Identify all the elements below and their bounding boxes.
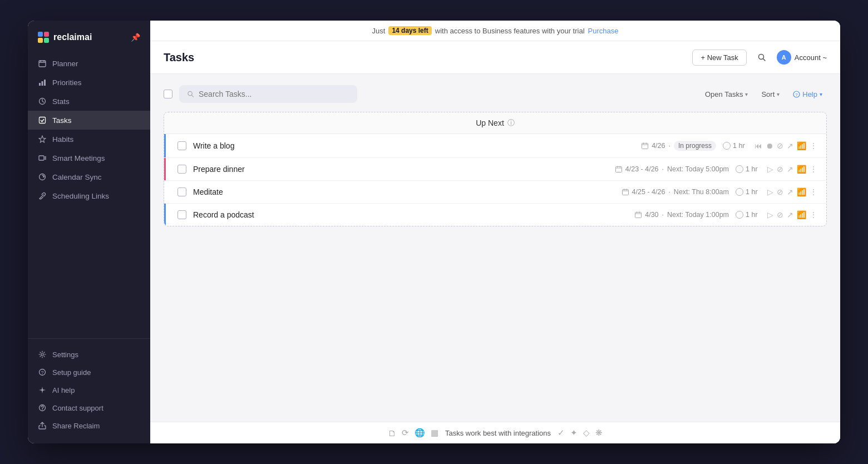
sidebar-item-label: Stats xyxy=(52,97,70,106)
svg-rect-24 xyxy=(642,144,648,149)
sidebar-item-contact-support[interactable]: Contact support xyxy=(28,399,150,417)
task-separator: · xyxy=(662,211,664,219)
task-border xyxy=(164,181,166,203)
task-date: 4/25 - 4/26 xyxy=(632,188,665,196)
task-name: Meditate xyxy=(193,187,615,196)
sidebar-item-calendar-sync[interactable]: Calendar Sync xyxy=(28,167,150,186)
cancel-icon[interactable]: ⊘ xyxy=(777,210,783,219)
sidebar-item-priorities[interactable]: Priorities xyxy=(28,73,150,92)
task-next: Next: Today 1:00pm xyxy=(667,211,729,219)
tasks-toolbar: Open Tasks ▾ Sort ▾ ? Help ▾ xyxy=(164,85,827,103)
task-checkbox[interactable] xyxy=(177,210,186,219)
integration-icon-3[interactable]: ❋ xyxy=(595,428,603,438)
sidebar-item-label: Planner xyxy=(52,60,78,68)
page-title: Tasks xyxy=(164,51,194,64)
sidebar-item-setup-guide[interactable]: ? Setup guide xyxy=(28,363,150,381)
search-input[interactable] xyxy=(199,90,349,98)
integration-icon-1[interactable]: ✦ xyxy=(570,428,578,438)
priority-icon[interactable]: 📶 xyxy=(797,210,806,219)
svg-text:?: ? xyxy=(41,370,43,376)
doc-icon[interactable]: 🗋 xyxy=(388,428,396,438)
setup-guide-icon: ? xyxy=(38,368,47,377)
search-button[interactable] xyxy=(753,49,770,66)
external-link-icon[interactable]: ↗ xyxy=(787,141,793,150)
sidebar-nav: Planner Priorities Stats Tasks xyxy=(28,52,150,338)
sidebar-item-label: Tasks xyxy=(52,116,72,125)
page-header: Tasks + New Task A Account ~ xyxy=(150,41,840,74)
task-border xyxy=(164,204,166,226)
table-row: Record a podcast 4/30 · Next: Today 1:00… xyxy=(164,204,826,226)
chevron-down-icon: ▾ xyxy=(745,91,748,97)
pin-icon[interactable]: 📌 xyxy=(131,33,140,42)
account-button[interactable]: A Account ~ xyxy=(777,50,827,65)
more-icon[interactable]: ⋮ xyxy=(810,210,817,219)
sidebar-bottom: Settings ? Setup guide AI help Contact s… xyxy=(28,338,150,443)
duration-value: 1 hr xyxy=(746,211,758,219)
task-name: Write a blog xyxy=(193,141,635,150)
share-reclaim-button[interactable]: Share Reclaim xyxy=(28,417,150,435)
priority-icon[interactable]: 📶 xyxy=(797,165,806,174)
ai-help-icon xyxy=(38,386,47,394)
sidebar-item-ai-help[interactable]: AI help xyxy=(28,381,150,399)
integration-icon-2[interactable]: ◇ xyxy=(583,428,590,438)
play-icon[interactable]: ▷ xyxy=(767,165,773,174)
table-row: Prepare dinner 4/23 - 4/26 · Next: Today… xyxy=(164,158,826,181)
info-icon: ⓘ xyxy=(507,118,515,128)
toolbar-right: Open Tasks ▾ Sort ▾ ? Help ▾ xyxy=(701,87,827,101)
up-next-label: Up Next xyxy=(476,119,504,127)
svg-line-19 xyxy=(763,59,765,61)
external-link-icon[interactable]: ↗ xyxy=(787,210,793,219)
more-icon[interactable]: ⋮ xyxy=(810,165,817,174)
sidebar-item-stats[interactable]: Stats xyxy=(28,92,150,111)
task-checkbox[interactable] xyxy=(177,187,186,196)
globe-icon[interactable]: 🌐 xyxy=(415,428,425,438)
task-checkbox[interactable] xyxy=(177,141,186,150)
tasks-icon xyxy=(38,116,47,125)
sidebar-item-scheduling-links[interactable]: Scheduling Links xyxy=(28,186,150,205)
more-icon[interactable]: ⋮ xyxy=(810,187,817,196)
priority-icon[interactable]: 📶 xyxy=(797,187,806,196)
sort-label: Sort xyxy=(761,90,775,98)
play-icon[interactable]: ⏺ xyxy=(766,141,773,150)
more-icon[interactable]: ⋮ xyxy=(810,141,817,150)
bottom-bar: 🗋 ⟳ 🌐 ▦ Tasks work best with integration… xyxy=(150,422,840,443)
duration-icon xyxy=(736,211,743,219)
sidebar-item-settings[interactable]: Settings xyxy=(28,345,150,363)
cancel-icon[interactable]: ⊘ xyxy=(777,141,783,150)
sidebar-item-smart-meetings[interactable]: Smart Meetings xyxy=(28,149,150,167)
refresh-icon[interactable]: ⟳ xyxy=(402,428,409,438)
table-row: Meditate 4/25 - 4/26 · Next: Thu 8:00am … xyxy=(164,181,826,204)
new-task-button[interactable]: + New Task xyxy=(692,50,746,66)
check-icon[interactable]: ✓ xyxy=(558,428,565,438)
cancel-icon[interactable]: ⊘ xyxy=(777,187,783,196)
duration-value: 1 hr xyxy=(746,188,758,196)
calendar-icon xyxy=(635,211,642,218)
select-all-checkbox[interactable] xyxy=(164,90,172,98)
sort-button[interactable]: Sort ▾ xyxy=(757,87,784,101)
play-icon[interactable]: ▷ xyxy=(767,210,773,219)
cancel-icon[interactable]: ⊘ xyxy=(777,165,783,174)
open-tasks-filter[interactable]: Open Tasks ▾ xyxy=(701,87,752,101)
up-next-header: Up Next ⓘ xyxy=(164,112,826,134)
svg-text:?: ? xyxy=(796,92,798,97)
priority-icon[interactable]: 📶 xyxy=(797,141,806,150)
rewind-icon[interactable]: ⏮ xyxy=(754,141,762,150)
search-box[interactable] xyxy=(179,85,357,103)
setup-guide-label: Setup guide xyxy=(52,368,91,377)
task-checkbox[interactable] xyxy=(177,165,186,174)
svg-rect-6 xyxy=(44,80,46,86)
grid-icon[interactable]: ▦ xyxy=(431,428,438,438)
sidebar-item-habits[interactable]: Habits xyxy=(28,130,150,149)
purchase-link[interactable]: Purchase xyxy=(588,27,619,35)
share-icon xyxy=(38,421,47,430)
help-button[interactable]: ? Help ▾ xyxy=(788,87,827,101)
external-link-icon[interactable]: ↗ xyxy=(787,187,793,196)
external-link-icon[interactable]: ↗ xyxy=(787,165,793,174)
svg-rect-8 xyxy=(40,117,46,124)
task-separator: · xyxy=(662,165,664,173)
sidebar-item-tasks[interactable]: Tasks xyxy=(28,111,150,130)
task-actions: ▷ ⊘ ↗ 📶 ⋮ xyxy=(767,210,817,219)
play-icon[interactable]: ▷ xyxy=(767,187,773,196)
sidebar-item-planner[interactable]: Planner xyxy=(28,54,150,73)
task-meta: 4/26 · In progress xyxy=(642,141,716,151)
